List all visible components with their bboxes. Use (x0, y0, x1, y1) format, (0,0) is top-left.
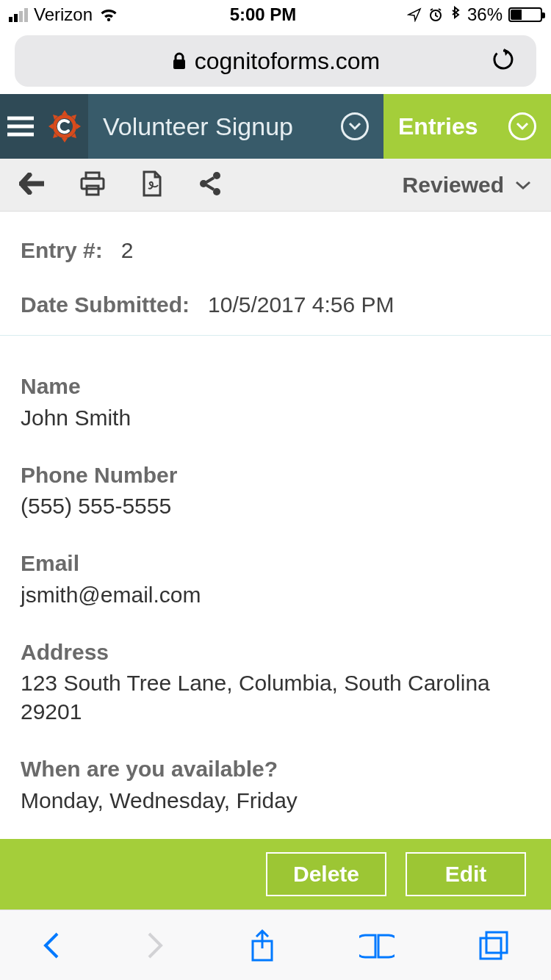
svg-rect-12 (480, 938, 501, 959)
url-text: cognitoforms.com (195, 48, 381, 75)
gear-icon (47, 109, 82, 144)
field-label: Address (21, 638, 530, 666)
entries-dropdown[interactable]: Entries (383, 94, 551, 159)
field-phone: Phone Number (555) 555-5555 (21, 461, 530, 521)
print-button[interactable] (79, 171, 106, 199)
safari-bottom-bar (0, 909, 551, 980)
wifi-icon (98, 7, 119, 23)
chevron-down-icon (341, 112, 369, 140)
svg-point-8 (213, 172, 220, 179)
form-name-dropdown[interactable]: Volunteer Signup (88, 94, 383, 159)
field-label: Email (21, 550, 530, 577)
date-submitted-value: 10/5/2017 4:56 PM (208, 292, 395, 317)
status-label: Reviewed (403, 173, 504, 198)
svg-rect-5 (82, 179, 104, 189)
browser-forward-button (145, 929, 165, 962)
field-name: Name John Smith (21, 372, 530, 432)
location-icon (407, 7, 422, 22)
field-label: Name (21, 372, 530, 400)
alarm-icon (428, 7, 444, 23)
lock-icon (171, 51, 187, 71)
field-value: jsmith@email.com (21, 580, 530, 609)
svg-point-9 (213, 188, 220, 195)
back-button[interactable] (19, 173, 44, 198)
status-time: 5:00 PM (230, 4, 297, 25)
entry-number-label: Entry #: (21, 238, 103, 262)
signal-icon (9, 8, 28, 22)
app-logo[interactable] (40, 94, 88, 159)
entry-number-row: Entry #: 2 (0, 238, 551, 263)
entry-number-value: 2 (121, 238, 134, 262)
pdf-button[interactable] (141, 170, 163, 200)
battery-pct: 36% (467, 4, 503, 25)
field-value: John Smith (21, 403, 530, 432)
bluetooth-icon (450, 6, 461, 24)
battery-icon (508, 7, 542, 22)
status-dropdown[interactable]: Reviewed (403, 173, 532, 198)
entries-label: Entries (398, 113, 478, 140)
date-submitted-label: Date Submitted: (21, 292, 190, 317)
field-value: Monday, Wednesday, Friday (21, 786, 530, 815)
browser-tabs-button[interactable] (478, 929, 510, 962)
svg-rect-1 (173, 60, 185, 69)
svg-rect-6 (87, 186, 98, 195)
form-name-label: Volunteer Signup (103, 112, 293, 141)
app-header: Volunteer Signup Entries (0, 94, 551, 159)
browser-url-bar[interactable]: cognitoforms.com (15, 35, 536, 87)
carrier-label: Verizon (34, 4, 93, 25)
browser-back-button[interactable] (41, 929, 62, 962)
browser-share-button[interactable] (248, 928, 277, 963)
entry-toolbar: Reviewed (0, 159, 551, 212)
field-address: Address 123 South Tree Lane, Columbia, S… (21, 638, 530, 727)
field-value: (555) 555-5555 (21, 491, 530, 520)
delete-button[interactable]: Delete (266, 852, 386, 896)
share-button[interactable] (198, 171, 222, 199)
entry-action-bar: Delete Edit (0, 839, 551, 909)
delete-label: Delete (293, 862, 359, 887)
url-display: cognitoforms.com (171, 48, 381, 75)
status-right: 36% (407, 4, 542, 25)
field-label: When are you available? (21, 755, 530, 783)
ios-status-bar: Verizon 5:00 PM 36% (0, 0, 551, 29)
chevron-down-icon (508, 112, 536, 140)
field-value: 123 South Tree Lane, Columbia, South Car… (21, 669, 530, 726)
status-left: Verizon (9, 4, 119, 25)
svg-rect-11 (486, 932, 507, 953)
chevron-down-icon (514, 180, 532, 190)
hamburger-menu-button[interactable] (0, 94, 40, 159)
field-email: Email jsmith@email.com (21, 550, 530, 609)
reload-button[interactable] (491, 47, 516, 75)
date-submitted-row: Date Submitted: 10/5/2017 4:56 PM (0, 292, 551, 336)
field-label: Phone Number (21, 461, 530, 489)
browser-bookmarks-button[interactable] (359, 931, 395, 960)
edit-button[interactable]: Edit (406, 852, 526, 896)
edit-label: Edit (445, 862, 487, 887)
toolbar-left (19, 170, 222, 200)
field-availability: When are you available? Monday, Wednesda… (21, 755, 530, 815)
